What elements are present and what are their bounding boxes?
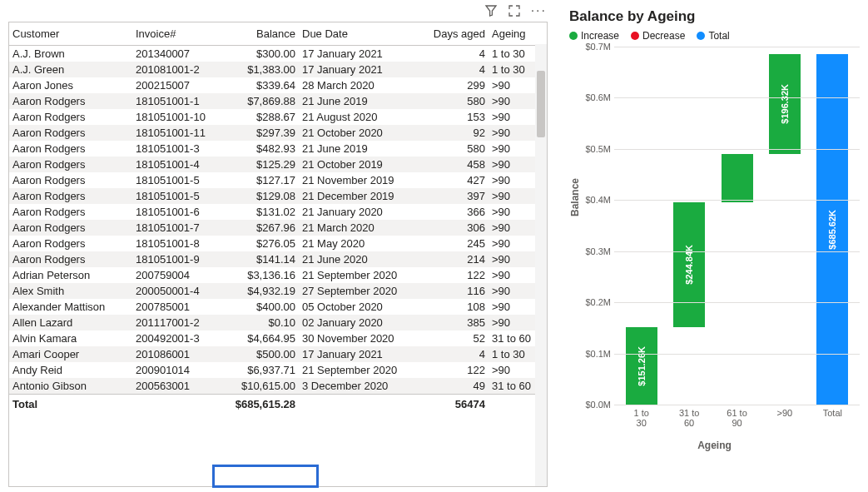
- table-cell: 122: [422, 362, 489, 378]
- invoice-table[interactable]: Customer Invoice# Balance Due Date Days …: [9, 22, 547, 412]
- table-cell: Aaron Jones: [9, 77, 132, 93]
- table-cell: 181051001-7: [132, 220, 221, 236]
- bar-column[interactable]: $685.62K: [809, 47, 856, 405]
- col-duedate[interactable]: Due Date: [299, 22, 422, 46]
- legend-total[interactable]: Total: [697, 30, 729, 42]
- legend-increase[interactable]: Increase: [569, 30, 619, 42]
- table-cell: Aaron Rodgers: [9, 220, 132, 236]
- table-cell: 02 January 2020: [299, 315, 422, 330]
- increase-bar[interactable]: $244.84K: [673, 202, 705, 327]
- table-cell: Alvin Kamara: [9, 330, 132, 346]
- table-cell: Aaron Rodgers: [9, 141, 132, 157]
- table-cell: 181051001-11: [132, 125, 221, 141]
- table-cell: Aaron Rodgers: [9, 172, 132, 188]
- gridline: [614, 97, 860, 98]
- table-row[interactable]: Andy Reid200901014$6,937.7121 September …: [9, 362, 547, 378]
- bar-value-label: $685.62K: [827, 210, 837, 250]
- table-cell: 21 October 2020: [299, 125, 422, 141]
- table-cell: $4,664.95: [221, 330, 299, 346]
- table-cell: $339.64: [221, 77, 299, 93]
- increase-bar[interactable]: $151.26K: [626, 327, 657, 405]
- table-cell: 21 January 2020: [299, 204, 422, 220]
- table-cell: $267.96: [221, 220, 299, 236]
- table-row[interactable]: Aaron Rodgers181051001-5$129.0821 Decemb…: [9, 188, 547, 204]
- table-row[interactable]: Antonio Gibson200563001$10,615.003 Decem…: [9, 378, 547, 395]
- table-cell: Aaron Rodgers: [9, 93, 132, 109]
- invoice-table-visual[interactable]: ··· Customer Invoice# Balance Due Date D…: [8, 22, 548, 487]
- table-row[interactable]: Amari Cooper201086001$500.0017 January 2…: [9, 346, 547, 362]
- col-balance[interactable]: Balance: [221, 22, 299, 46]
- table-cell: 427: [422, 172, 489, 188]
- focus-mode-icon[interactable]: [508, 4, 521, 20]
- bar-column[interactable]: $151.26K: [618, 47, 665, 405]
- table-row[interactable]: Aaron Rodgers181051001-4$125.2921 Octobe…: [9, 157, 547, 172]
- total-days: 56474: [422, 395, 489, 413]
- legend-decrease-label: Decrease: [642, 30, 685, 42]
- table-cell: $141.14: [221, 251, 299, 267]
- table-cell: 4: [422, 62, 489, 77]
- table-row[interactable]: Aaron Rodgers181051001-5$127.1721 Novemb…: [9, 172, 547, 188]
- filter-icon[interactable]: [484, 4, 498, 20]
- table-cell: 92: [422, 125, 489, 141]
- table-cell: 245: [422, 236, 489, 251]
- scroll-thumb[interactable]: [537, 71, 545, 137]
- table-row[interactable]: Aaron Rodgers181051001-8$276.0521 May 20…: [9, 236, 547, 251]
- bar-column[interactable]: $244.84K: [665, 47, 712, 405]
- table-row[interactable]: Allen Lazard201117001-2$0.1002 January 2…: [9, 315, 547, 330]
- table-row[interactable]: Alvin Kamara200492001-3$4,664.9530 Novem…: [9, 330, 547, 346]
- table-cell: 116: [422, 283, 489, 299]
- table-cell: 200785001: [132, 299, 221, 315]
- table-cell: 580: [422, 141, 489, 157]
- table-row[interactable]: A.J. Green201081001-2$1,383.0017 January…: [9, 62, 547, 77]
- col-invoice[interactable]: Invoice#: [132, 22, 221, 46]
- increase-bar[interactable]: [722, 154, 753, 201]
- gridline: [614, 47, 860, 47]
- table-row[interactable]: Alex Smith200050001-4$4,932.1927 Septemb…: [9, 283, 547, 299]
- table-row[interactable]: Aaron Rodgers181051001-7$267.9621 March …: [9, 220, 547, 236]
- table-row[interactable]: A.J. Brown201340007$300.0017 January 202…: [9, 46, 547, 62]
- table-cell: $1,383.00: [221, 62, 299, 77]
- increase-bar[interactable]: $196.32K: [769, 54, 801, 155]
- table-cell: 201117001-2: [132, 315, 221, 330]
- table-row[interactable]: Aaron Rodgers181051001-1$7,869.8821 June…: [9, 93, 547, 109]
- legend-decrease[interactable]: Decrease: [631, 30, 685, 42]
- table-cell: $4,932.19: [221, 283, 299, 299]
- table-cell: Alex Smith: [9, 283, 132, 299]
- table-cell: 201081001-2: [132, 62, 221, 77]
- total-bar[interactable]: $685.62K: [816, 54, 848, 405]
- y-tick: $0.6M: [578, 92, 611, 102]
- table-row[interactable]: Adrian Peterson200759004$3,136.1621 Sept…: [9, 267, 547, 283]
- table-cell: 181051001-5: [132, 172, 221, 188]
- table-row[interactable]: Aaron Rodgers181051001-11$297.3921 Octob…: [9, 125, 547, 141]
- gridline: [614, 302, 860, 303]
- table-cell: 21 June 2019: [299, 93, 422, 109]
- col-ageing[interactable]: Ageing: [489, 22, 547, 46]
- balance-by-ageing-chart[interactable]: Balance by Ageing Increase Decrease Tota…: [569, 8, 860, 487]
- table-row[interactable]: Aaron Rodgers181051001-9$141.1421 June 2…: [9, 251, 547, 267]
- table-cell: $482.93: [221, 141, 299, 157]
- col-daysaged[interactable]: Days aged: [422, 22, 489, 46]
- legend-increase-label: Increase: [581, 30, 619, 42]
- table-row[interactable]: Aaron Jones200215007$339.6428 March 2020…: [9, 77, 547, 93]
- x-tick: >90: [761, 408, 808, 428]
- table-cell: 214: [422, 251, 489, 267]
- bar-column[interactable]: [713, 47, 761, 405]
- more-options-icon[interactable]: ···: [531, 4, 547, 20]
- legend-total-label: Total: [708, 30, 729, 42]
- table-row[interactable]: Alexander Mattison200785001$400.0005 Oct…: [9, 299, 547, 315]
- increase-swatch-icon: [569, 32, 578, 40]
- table-cell: 21 December 2019: [299, 188, 422, 204]
- table-cell: Antonio Gibson: [9, 378, 132, 395]
- table-cell: 21 November 2019: [299, 172, 422, 188]
- table-cell: 17 January 2021: [299, 46, 422, 62]
- table-cell: $288.67: [221, 109, 299, 125]
- bar-column[interactable]: $196.32K: [761, 47, 808, 405]
- col-customer[interactable]: Customer: [9, 22, 132, 46]
- table-row[interactable]: Aaron Rodgers181051001-6$131.0221 Januar…: [9, 204, 547, 220]
- table-row[interactable]: Aaron Rodgers181051001-10$288.6721 Augus…: [9, 109, 547, 125]
- table-row[interactable]: Aaron Rodgers181051001-3$482.9321 June 2…: [9, 141, 547, 157]
- table-cell: 05 October 2020: [299, 299, 422, 315]
- table-cell: 21 October 2019: [299, 157, 422, 172]
- table-scrollbar[interactable]: [535, 44, 547, 486]
- table-cell: Adrian Peterson: [9, 267, 132, 283]
